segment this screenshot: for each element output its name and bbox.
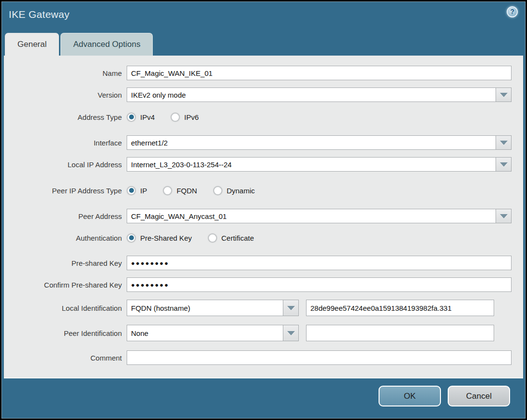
ipv6-radio-label: IPv6 xyxy=(184,113,199,121)
local-identification-type-input[interactable] xyxy=(127,300,283,316)
version-dropdown xyxy=(127,87,512,102)
ok-button[interactable]: OK xyxy=(379,386,441,406)
name-input[interactable] xyxy=(127,66,512,80)
local-ip-dropdown-button[interactable] xyxy=(496,157,512,172)
confirm-pre-shared-key-row: Confirm Pre-shared Key xyxy=(4,277,523,292)
version-label: Version xyxy=(4,91,122,99)
peer-address-label: Peer Address xyxy=(4,212,122,220)
certificate-radio-label: Certificate xyxy=(221,234,254,242)
footer-buttons: OK Cancel xyxy=(379,386,510,406)
peer-identification-label: Peer Identification xyxy=(4,329,122,337)
comment-label: Comment xyxy=(4,354,122,362)
tab-strip: General Advanced Options xyxy=(5,33,153,56)
certificate-radio[interactable] xyxy=(208,233,217,243)
pre-shared-key-label: Pre-shared Key xyxy=(4,259,122,267)
name-row: Name xyxy=(4,66,523,80)
local-identification-row: Local Identification xyxy=(4,300,523,316)
peer-fqdn-radio[interactable] xyxy=(163,186,172,195)
help-icon[interactable]: ? xyxy=(507,6,518,17)
interface-dropdown-button[interactable] xyxy=(496,135,512,150)
peer-address-row: Peer Address xyxy=(4,209,523,223)
peer-identification-type-input[interactable] xyxy=(127,325,283,341)
local-ip-input[interactable] xyxy=(127,157,496,172)
peer-ip-type-row: Peer IP Address Type IP FQDN Dynamic xyxy=(4,184,523,197)
ike-gateway-dialog: IKE Gateway ? General Advanced Options N… xyxy=(1,1,526,419)
chevron-down-icon xyxy=(287,306,295,310)
version-dropdown-button[interactable] xyxy=(496,87,512,102)
authentication-label: Authentication xyxy=(4,234,122,242)
peer-identification-dropdown-button[interactable] xyxy=(283,325,299,341)
peer-ip-type-label: Peer IP Address Type xyxy=(4,187,122,195)
interface-row: Interface xyxy=(4,135,523,150)
peer-identification-type-dropdown xyxy=(127,325,299,341)
psk-radio-label: Pre-Shared Key xyxy=(140,234,192,242)
general-tab-panel: Name Version Address Type IPv4 IPv6 Inte… xyxy=(4,56,523,378)
chevron-down-icon xyxy=(500,93,508,97)
cancel-button[interactable]: Cancel xyxy=(448,386,510,406)
peer-identification-value-input[interactable] xyxy=(306,325,494,341)
interface-dropdown xyxy=(127,135,512,150)
tab-advanced-options[interactable]: Advanced Options xyxy=(60,33,153,56)
peer-fqdn-radio-label: FQDN xyxy=(176,187,197,195)
address-type-label: Address Type xyxy=(4,113,122,121)
local-identification-type-dropdown xyxy=(127,300,299,316)
local-ip-row: Local IP Address xyxy=(4,157,523,172)
peer-ip-radio-label: IP xyxy=(140,187,147,195)
interface-input[interactable] xyxy=(127,135,496,150)
name-label: Name xyxy=(4,69,122,77)
ipv4-radio-label: IPv4 xyxy=(140,113,155,121)
chevron-down-icon xyxy=(287,331,295,335)
address-type-row: Address Type IPv4 IPv6 xyxy=(4,110,523,124)
local-identification-label: Local Identification xyxy=(4,304,122,312)
local-ip-dropdown xyxy=(127,157,512,172)
chevron-down-icon xyxy=(500,141,508,145)
local-identification-value-input[interactable] xyxy=(306,300,494,316)
chevron-down-icon xyxy=(500,214,508,218)
local-identification-dropdown-button[interactable] xyxy=(283,300,299,316)
peer-dynamic-radio-label: Dynamic xyxy=(227,187,255,195)
peer-address-dropdown xyxy=(127,209,512,223)
authentication-row: Authentication Pre-Shared Key Certificat… xyxy=(4,231,523,245)
peer-address-dropdown-button[interactable] xyxy=(496,209,512,223)
pre-shared-key-row: Pre-shared Key xyxy=(4,256,523,270)
page-title: IKE Gateway xyxy=(9,9,70,20)
psk-radio[interactable] xyxy=(127,233,136,243)
title-bar: IKE Gateway ? xyxy=(1,1,526,31)
peer-ip-radio[interactable] xyxy=(127,186,136,195)
confirm-pre-shared-key-input[interactable] xyxy=(127,277,512,292)
interface-label: Interface xyxy=(4,139,122,147)
peer-dynamic-radio[interactable] xyxy=(213,186,222,195)
peer-address-input[interactable] xyxy=(127,209,496,223)
peer-identification-row: Peer Identification xyxy=(4,325,523,341)
ipv6-radio[interactable] xyxy=(171,113,180,122)
pre-shared-key-input[interactable] xyxy=(127,256,512,270)
confirm-pre-shared-key-label: Confirm Pre-shared Key xyxy=(4,281,122,289)
ipv4-radio[interactable] xyxy=(127,113,136,122)
version-row: Version xyxy=(4,87,523,102)
local-ip-label: Local IP Address xyxy=(4,160,122,169)
comment-row: Comment xyxy=(4,350,523,365)
chevron-down-icon xyxy=(500,162,508,167)
tab-general[interactable]: General xyxy=(5,33,59,56)
version-input[interactable] xyxy=(127,87,496,102)
comment-input[interactable] xyxy=(127,350,512,365)
